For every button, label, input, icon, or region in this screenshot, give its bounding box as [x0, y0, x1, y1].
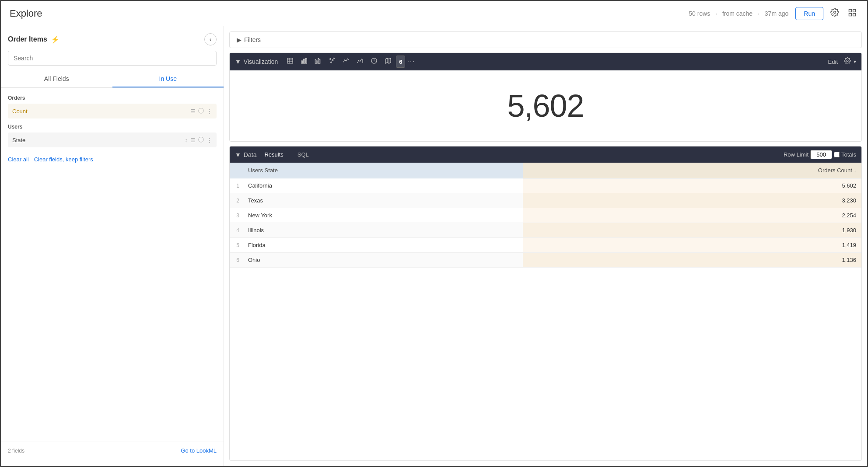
state-field-row[interactable]: State ↕ ☰ ⓘ ⋮ [8, 132, 217, 147]
filters-label: Filters [244, 36, 261, 43]
viz-more-button[interactable]: ··· [407, 56, 415, 68]
content-area: ▶ Filters ▼ Visualization [224, 26, 867, 466]
totals-label: Totals [841, 151, 856, 158]
fields-count: 2 fields [8, 448, 24, 454]
col-orders-count: Orders Count ↓ [523, 163, 861, 178]
filters-toggle-button[interactable]: ▶ Filters [237, 36, 261, 43]
viz-toolbar: ▼ Visualization [230, 53, 861, 70]
cell-count: 3,230 [523, 193, 861, 208]
svg-point-0 [834, 11, 836, 14]
svg-rect-4 [853, 13, 856, 16]
search-input[interactable] [8, 51, 217, 66]
collapse-sidebar-button[interactable]: ‹ [204, 33, 217, 45]
row-limit-input[interactable] [810, 150, 832, 159]
filter-icon-dim[interactable]: ☰ [190, 137, 196, 143]
info-icon-dim[interactable]: ⓘ [198, 136, 204, 144]
clear-all-button[interactable]: Clear all [8, 156, 29, 163]
table-row: 3 New York 2,254 [230, 208, 861, 223]
viz-settings-icon[interactable] [844, 57, 851, 66]
pivot-icon[interactable]: ↕ [185, 137, 188, 143]
count-field-row[interactable]: Count ☰ ⓘ ⋮ [8, 104, 217, 118]
tab-all-fields[interactable]: All Fields [1, 71, 112, 87]
sidebar: Order Items ⚡ ‹ All Fields In Use Orders… [1, 26, 224, 466]
sort-icon[interactable]: ↓ [854, 168, 857, 173]
sidebar-title: Order Items [8, 35, 47, 43]
data-toolbar: ▼ Data Results SQL Row Limit Totals [230, 146, 861, 163]
viz-single-value-icon[interactable]: 6 [396, 56, 405, 68]
orders-section: Orders Count ☰ ⓘ ⋮ [1, 95, 224, 120]
viz-toggle-button[interactable]: ▼ Visualization [235, 58, 278, 65]
data-toggle-button[interactable]: ▼ Data [235, 151, 256, 158]
more-icon[interactable]: ⋮ [206, 108, 212, 115]
viz-clock-icon[interactable] [368, 56, 380, 68]
table-row: 6 Ohio 1,136 [230, 253, 861, 268]
svg-marker-21 [385, 58, 391, 63]
cell-count: 1,136 [523, 253, 861, 268]
svg-rect-12 [315, 59, 316, 63]
clear-fields-button[interactable]: Clear fields, keep filters [34, 156, 93, 163]
viz-scatter-icon[interactable] [326, 56, 338, 68]
cell-count: 5,602 [523, 178, 861, 193]
table-row: 1 California 5,602 [230, 178, 861, 193]
viz-map-icon[interactable] [382, 56, 394, 68]
table-row: 2 Texas 3,230 [230, 193, 861, 208]
cell-state: Ohio [243, 253, 523, 268]
totals-check: Totals [834, 151, 856, 158]
viz-table-icon[interactable] [284, 56, 296, 68]
count-field-name: Count [12, 108, 188, 115]
data-table: Users State Orders Count ↓ 1 California … [230, 163, 861, 460]
row-num: 6 [230, 253, 243, 268]
viz-line-icon[interactable] [340, 56, 352, 68]
big-number-value: 5,602 [507, 88, 584, 124]
tab-in-use[interactable]: In Use [112, 71, 224, 87]
header-meta: 50 rows · from cache · 37m ago [687, 10, 790, 17]
info-icon[interactable]: ⓘ [198, 107, 204, 115]
header-right: 50 rows · from cache · 37m ago Run [687, 6, 858, 21]
viz-area-icon[interactable] [354, 56, 366, 68]
row-num: 2 [230, 193, 243, 208]
svg-rect-5 [287, 58, 293, 63]
app-header: Explore 50 rows · from cache · 37m ago R… [1, 1, 867, 26]
filters-bar: ▶ Filters [229, 31, 862, 48]
state-field-name: State [12, 137, 182, 143]
svg-rect-11 [306, 58, 307, 63]
svg-rect-9 [301, 61, 303, 63]
row-limit-label: Row Limit [784, 151, 808, 158]
svg-rect-10 [304, 59, 305, 63]
viz-content: 5,602 [230, 70, 861, 141]
settings-icon[interactable] [829, 6, 841, 21]
viz-chevron-down-icon: ▼ [235, 58, 241, 65]
svg-point-19 [333, 58, 335, 59]
run-button[interactable]: Run [795, 7, 823, 20]
row-num: 3 [230, 208, 243, 223]
svg-rect-15 [319, 59, 320, 63]
cell-state: Florida [243, 238, 523, 253]
viz-bar-icon[interactable] [298, 56, 310, 68]
row-num: 5 [230, 238, 243, 253]
svg-rect-14 [318, 59, 319, 63]
page-title: Explore [10, 8, 42, 19]
totals-checkbox[interactable] [834, 152, 840, 157]
separator1: · [715, 10, 717, 17]
filter-icon[interactable]: ☰ [190, 108, 196, 115]
visualization-panel: ▼ Visualization [229, 52, 862, 142]
grid-view-icon[interactable] [846, 7, 858, 21]
viz-label: Visualization [244, 58, 278, 65]
more-icon-dim[interactable]: ⋮ [206, 137, 212, 143]
cell-state: Illinois [243, 223, 523, 238]
data-chevron-down-icon: ▼ [235, 151, 241, 158]
results-tab-button[interactable]: Results [258, 149, 289, 160]
cell-state: New York [243, 208, 523, 223]
field-tabs: All Fields In Use [1, 71, 224, 88]
viz-edit-button[interactable]: Edit [828, 59, 838, 65]
table-row: 4 Illinois 1,930 [230, 223, 861, 238]
go-to-lookml-button[interactable]: Go to LookML [181, 447, 217, 454]
users-section-label: Users [8, 124, 217, 130]
col-users-state: Users State [243, 163, 523, 178]
row-num: 1 [230, 178, 243, 193]
cell-state: California [243, 178, 523, 193]
sql-tab-button[interactable]: SQL [291, 149, 315, 160]
sidebar-bottom: 2 fields Go to LookML [1, 442, 224, 459]
viz-grouped-icon[interactable] [312, 56, 324, 68]
svg-rect-13 [316, 61, 317, 63]
